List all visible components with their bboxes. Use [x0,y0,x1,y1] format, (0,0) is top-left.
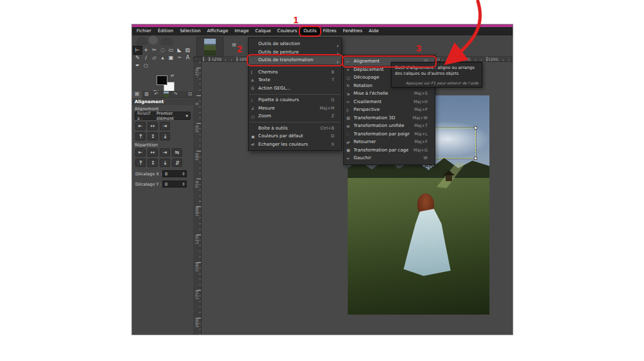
menu-item-label: Zoom [258,113,327,119]
menubar-item-image[interactable]: Image [231,27,252,35]
offset-x-spinner[interactable] [182,172,186,175]
eraser-tool[interactable]: ▱ [150,54,158,62]
submenu-item-mise-a-l-echelle[interactable]: ⇲Mise à l'échelleMaj+S [344,90,435,98]
submenu-item-transformation-3d[interactable]: ▧Transformation 3DMaj+W [344,114,435,122]
offset-y-label: Décalage Y : [135,182,162,187]
menu-item-label: Transformation par poignées [354,132,410,137]
tools-menu: Outils de sélectionOutils de peintureOut… [248,37,342,151]
tab-pointer[interactable]: ↷ [171,91,180,98]
crop-icon: ▢ [346,75,354,80]
move-tool[interactable]: + [142,46,150,54]
text-tool[interactable]: A [184,54,192,62]
offset-y-value: 0 [165,182,167,187]
align-right-button[interactable]: ⇥ [160,122,170,130]
offset-x-label: Décalage X : [135,171,162,177]
offset-y-spinner[interactable] [182,182,186,186]
menu-item-label: Mise à l'échelle [354,91,409,96]
paintbrush-tool[interactable]: ✎ [133,54,142,62]
align-middle-button[interactable]: ↔ [147,132,158,141]
pencil-tool[interactable]: ∕ [142,54,150,62]
menubar-item-outils[interactable]: Outils [300,27,319,35]
v-ruler-label: 1000 [194,206,199,216]
distribute-left-button[interactable]: ⇤ [135,148,146,157]
ruler-corner-button[interactable] [193,57,202,62]
menu-item-echanger-les-couleurs[interactable]: ⇄Échanger les couleursX [249,141,341,149]
zoom-icon: ○ [251,114,258,119]
offset-y-input[interactable]: 0 [162,180,187,188]
menu-item-boite-a-outils[interactable]: Boîte à outilsCtrl+B [249,124,341,133]
menu-item-shortcut: B [332,70,334,75]
menubar-item-aide[interactable]: Aide [366,27,382,35]
smudge-tool[interactable]: ~ [175,54,184,62]
bucket-fill-tool[interactable]: ◣ [175,46,184,54]
tab-undo-history[interactable]: ↶ [151,91,161,98]
menubar-item-selection[interactable]: Sélection [176,27,204,35]
rectangle-select-tool[interactable]: ▭ [167,46,175,54]
gegl-icon: G [251,86,258,90]
menu-item-outils-de-selection[interactable]: Outils de sélection [249,40,341,48]
menu-item-pipette-a-couleurs[interactable]: ∕Pipette à couleursO [249,96,341,104]
offset-x-input[interactable]: 0 [162,170,187,177]
airbrush-tool[interactable]: ▴ [158,54,167,62]
selection-handle[interactable] [474,126,477,130]
vertical-ruler[interactable]: -250025050075010001250150017502000 [193,62,202,335]
submenu-item-transformation-par-poignees[interactable]: ∷Transformation par poignéesMaj+L [344,130,435,139]
dock-tab-menu-icon[interactable]: ⊡ [188,92,192,97]
alignment-tool[interactable]: ⊢ [133,46,142,54]
clone-tool[interactable]: ▣ [167,54,175,62]
align-top-button[interactable]: ⇤ [135,132,146,141]
selection-handle[interactable] [474,157,477,160]
submenu-item-retourner[interactable]: ⇄RetournerMaj+F [344,138,435,146]
tab-image[interactable] [161,91,171,98]
menu-item-chemins[interactable]: ʃCheminsB [249,68,341,77]
submenu-item-gauchir[interactable]: ≈GauchirW [344,154,435,162]
menubar-item-couleurs[interactable]: Couleurs [274,27,301,35]
distribute-top-button[interactable]: ⇤ [135,159,146,167]
submenu-item-transformation-unifiee[interactable]: ⊞Transformation unifiéeMaj+T [344,122,435,130]
submenu-item-transformation-par-cage[interactable]: ▦Transformation par cageMaj+G [344,146,435,155]
align-left-button[interactable]: ⇤ [135,122,146,130]
tab-tool-options[interactable]: ▤ [132,91,142,98]
menu-item-shortcut: Maj+G [413,148,428,153]
align-center-h-button[interactable]: ↔ [147,122,158,130]
menu-item-couleurs-par-defaut[interactable]: ▣Couleurs par défautD [249,132,341,141]
move-icon: + [346,67,354,72]
menubar-item-affichage[interactable]: Affichage [204,27,231,35]
menubar-item-fenetres[interactable]: Fenêtres [339,27,365,35]
ink-tool[interactable]: ✒ [133,62,142,70]
menubar-item-edition[interactable]: Édition [155,27,176,35]
menubar-item-calque[interactable]: Calque [252,27,274,35]
submenu-item-cisaillement[interactable]: ▱CisaillementMaj+H [344,98,435,106]
tab-device-status[interactable]: ▥ [142,91,151,98]
free-select-tool[interactable]: ◌ [158,46,167,54]
foreground-color-swatch[interactable] [156,75,167,85]
menubar-item-filtres[interactable]: Filtres [320,27,340,35]
menubar-item-fichier[interactable]: Fichier [133,27,155,35]
v-ruler-label: 1250 [194,234,199,244]
menu-item-zoom[interactable]: ○ZoomZ [249,112,341,121]
zoom-tool[interactable]: ○ [142,62,150,70]
image-tab[interactable] [196,37,223,57]
h-ruler-label: -1250 [211,57,222,61]
menu-item-mesure[interactable]: ∠MesureMaj+M [249,104,341,113]
align-bottom-button[interactable]: ⇥ [160,132,170,141]
repartition-section-label: Répartition [135,142,158,148]
submenu-item-perspective[interactable]: ◊PerspectiveMaj+P [344,106,435,114]
menu-item-outils-de-peinture[interactable]: Outils de peinture [249,48,341,57]
distribute-center-h-button[interactable]: ↔ [147,148,158,157]
offset-x-row: Décalage X : 0 [135,170,192,177]
scissors-select-tool[interactable]: ✂ [150,46,158,54]
distribute-gap-h-button[interactable]: ⇆ [172,148,182,157]
distribute-middle-button[interactable]: ↔ [147,159,158,167]
distribute-gap-v-button[interactable]: ⇆ [172,159,182,167]
menu-item-action-gegl[interactable]: GAction GEGL... [249,84,341,93]
distribute-right-button[interactable]: ⇥ [160,148,170,157]
menu-item-label: Transformation unifiée [354,123,409,128]
dockable-menu-icon[interactable]: ⊞ [232,42,236,48]
distribute-bottom-button[interactable]: ⇥ [160,159,170,167]
menu-item-texte[interactable]: ATexteT [249,76,341,84]
relative-to-dropdown[interactable]: Relatif à : Premier élément [135,112,191,120]
menu-item-outils-de-transformation[interactable]: Outils de transformation [249,56,341,64]
swap-colors-icon[interactable]: ⇄ [171,73,174,77]
gradient-tool[interactable]: ▨ [184,46,192,54]
